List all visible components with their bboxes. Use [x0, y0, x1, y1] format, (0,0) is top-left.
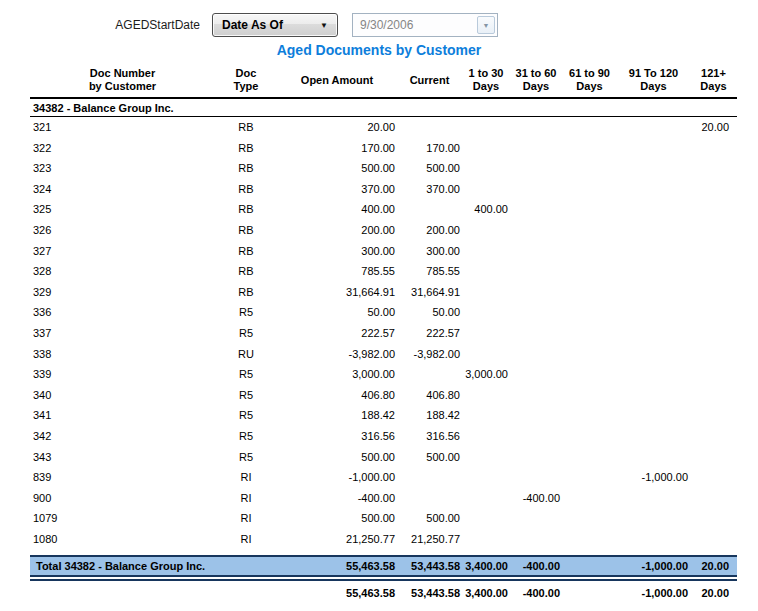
cell-61-to-90-days	[562, 117, 617, 138]
table-row: 323 RB 500.00 500.00	[30, 158, 737, 179]
cell-doc-number: 322	[30, 138, 215, 159]
cell-current: 370.00	[397, 179, 462, 200]
cell-61-to-90-days	[562, 364, 617, 385]
cell-current: 406.80	[397, 385, 462, 406]
date-operator-select[interactable]: Date As Of ▼	[212, 13, 338, 37]
cell-doc-number: 900	[30, 488, 215, 509]
date-picker-button[interactable]: ▼	[477, 16, 495, 34]
total-open-amount: 55,463.58	[277, 557, 397, 575]
cell-31-to-60-days	[510, 261, 562, 282]
grand-total-121-plus-days: 20.00	[690, 582, 737, 604]
cell-doc-number: 340	[30, 385, 215, 406]
cell-1-to-30-days	[462, 220, 510, 241]
cell-current: 500.00	[397, 447, 462, 468]
cell-31-to-60-days	[510, 117, 562, 138]
cell-doc-type: RI	[215, 508, 277, 529]
table-body: 321 RB 20.00 20.00 322 RB 170.00 170.00 …	[30, 117, 737, 549]
column-header-open-amount: Open Amount	[277, 74, 397, 87]
cell-31-to-60-days: -400.00	[510, 488, 562, 509]
cell-doc-number: 839	[30, 467, 215, 488]
cell-31-to-60-days	[510, 426, 562, 447]
grand-total-doc-type	[215, 582, 277, 604]
cell-121-plus-days	[690, 220, 737, 241]
cell-open-amount: 188.42	[277, 405, 397, 426]
cell-current: 188.42	[397, 405, 462, 426]
cell-open-amount: 170.00	[277, 138, 397, 159]
cell-91-to-120-days	[617, 117, 690, 138]
cell-open-amount: 370.00	[277, 179, 397, 200]
param-label: AGEDStartDate	[115, 18, 200, 32]
table-row: 337 R5 222.57 222.57	[30, 323, 737, 344]
cell-91-to-120-days: -1,000.00	[617, 467, 690, 488]
cell-91-to-120-days	[617, 344, 690, 365]
cell-doc-type: RB	[215, 261, 277, 282]
date-input[interactable]: 9/30/2006 ▼	[352, 13, 498, 37]
cell-doc-number: 338	[30, 344, 215, 365]
cell-1-to-30-days	[462, 405, 510, 426]
cell-91-to-120-days	[617, 364, 690, 385]
chevron-down-icon: ▼	[320, 21, 328, 30]
grand-total-label	[30, 582, 215, 604]
cell-61-to-90-days	[562, 447, 617, 468]
cell-open-amount: 21,250.77	[277, 529, 397, 550]
cell-61-to-90-days	[562, 220, 617, 241]
aged-documents-table: Doc Number by Customer Doc Type Open Amo…	[30, 67, 737, 604]
cell-1-to-30-days	[462, 488, 510, 509]
cell-91-to-120-days	[617, 261, 690, 282]
cell-31-to-60-days	[510, 344, 562, 365]
cell-61-to-90-days	[562, 385, 617, 406]
cell-doc-number: 341	[30, 405, 215, 426]
cell-doc-type: RI	[215, 467, 277, 488]
cell-121-plus-days	[690, 158, 737, 179]
cell-61-to-90-days	[562, 158, 617, 179]
cell-current: 222.57	[397, 323, 462, 344]
table-row: 1079 RI 500.00 500.00	[30, 508, 737, 529]
cell-31-to-60-days	[510, 467, 562, 488]
column-header-doc-type: Doc Type	[215, 67, 277, 93]
cell-61-to-90-days	[562, 405, 617, 426]
cell-doc-number: 337	[30, 323, 215, 344]
table-header-row: Doc Number by Customer Doc Type Open Amo…	[30, 67, 737, 99]
cell-doc-number: 328	[30, 261, 215, 282]
cell-1-to-30-days	[462, 508, 510, 529]
date-input-value: 9/30/2006	[353, 18, 477, 32]
cell-1-to-30-days	[462, 302, 510, 323]
cell-121-plus-days	[690, 282, 737, 303]
cell-1-to-30-days	[462, 529, 510, 550]
cell-121-plus-days	[690, 199, 737, 220]
cell-open-amount: 200.00	[277, 220, 397, 241]
cell-31-to-60-days	[510, 158, 562, 179]
cell-open-amount: 316.56	[277, 426, 397, 447]
cell-31-to-60-days	[510, 323, 562, 344]
cell-121-plus-days	[690, 529, 737, 550]
cell-121-plus-days	[690, 447, 737, 468]
cell-current	[397, 199, 462, 220]
cell-open-amount: 500.00	[277, 158, 397, 179]
cell-current: 170.00	[397, 138, 462, 159]
cell-121-plus-days	[690, 488, 737, 509]
cell-91-to-120-days	[617, 138, 690, 159]
table-row: 325 RB 400.00 400.00	[30, 199, 737, 220]
cell-31-to-60-days	[510, 241, 562, 262]
cell-doc-type: R5	[215, 323, 277, 344]
cell-1-to-30-days: 3,000.00	[462, 364, 510, 385]
cell-current: 300.00	[397, 241, 462, 262]
cell-1-to-30-days	[462, 117, 510, 138]
table-row: 340 R5 406.80 406.80	[30, 385, 737, 406]
parameter-bar: AGEDStartDate Date As Of ▼ 9/30/2006 ▼	[0, 0, 758, 40]
cell-121-plus-days	[690, 302, 737, 323]
cell-1-to-30-days	[462, 447, 510, 468]
cell-121-plus-days: 20.00	[690, 117, 737, 138]
cell-doc-number: 321	[30, 117, 215, 138]
cell-current: 500.00	[397, 508, 462, 529]
cell-91-to-120-days	[617, 241, 690, 262]
cell-current: 500.00	[397, 158, 462, 179]
cell-doc-type: RB	[215, 179, 277, 200]
cell-doc-number: 1079	[30, 508, 215, 529]
cell-open-amount: 20.00	[277, 117, 397, 138]
cell-open-amount: 50.00	[277, 302, 397, 323]
cell-91-to-120-days	[617, 426, 690, 447]
cell-current	[397, 117, 462, 138]
cell-61-to-90-days	[562, 323, 617, 344]
cell-1-to-30-days	[462, 282, 510, 303]
